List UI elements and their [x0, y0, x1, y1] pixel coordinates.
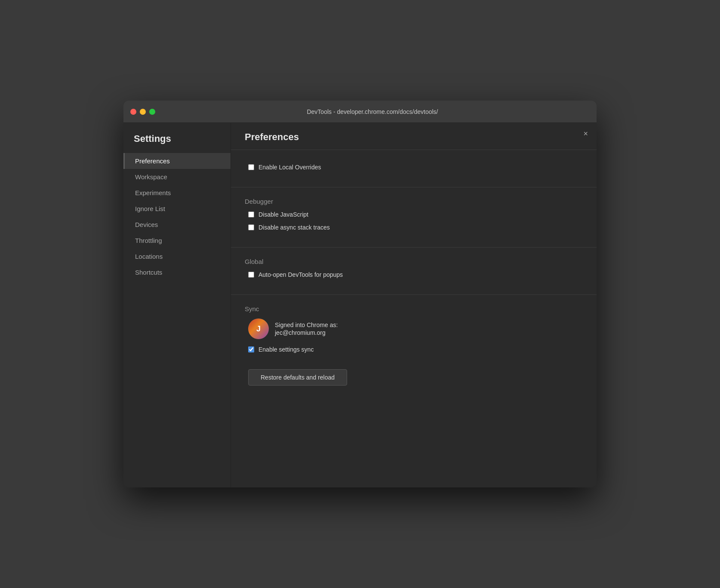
titlebar: DevTools - developer.chrome.com/docs/dev…	[123, 101, 597, 123]
sync-email: jec@chromium.org	[275, 329, 338, 336]
auto-open-devtools-label[interactable]: Auto-open DevTools for popups	[258, 271, 343, 278]
sidebar-item-preferences[interactable]: Preferences	[123, 153, 231, 169]
enable-settings-sync-row: Enable settings sync	[245, 346, 583, 353]
enable-settings-sync-label[interactable]: Enable settings sync	[258, 346, 314, 353]
close-traffic-light[interactable]	[130, 109, 136, 115]
auto-open-devtools-checkbox[interactable]	[248, 272, 254, 278]
sidebar-item-ignore-list[interactable]: Ignore List	[123, 201, 231, 217]
disable-async-stack-row: Disable async stack traces	[245, 224, 583, 231]
traffic-lights	[130, 109, 155, 115]
avatar: J	[248, 318, 269, 339]
sync-signed-in-label: Signed into Chrome as:	[275, 322, 338, 328]
divider-3	[231, 294, 597, 295]
disable-javascript-checkbox[interactable]	[248, 211, 254, 217]
sidebar-item-shortcuts[interactable]: Shortcuts	[123, 264, 231, 280]
sync-section: Sync J Signed into Chrome as: jec@chromi…	[231, 298, 597, 366]
enable-settings-sync-checkbox[interactable]	[248, 346, 254, 352]
sync-user-row: J Signed into Chrome as: jec@chromium.or…	[245, 318, 583, 339]
enable-local-overrides-label[interactable]: Enable Local Overrides	[258, 164, 321, 171]
sources-section: Enable Local Overrides	[231, 157, 597, 184]
sidebar-item-devices[interactable]: Devices	[123, 217, 231, 233]
sync-title: Sync	[245, 305, 583, 312]
disable-javascript-label[interactable]: Disable JavaScript	[258, 211, 308, 218]
sidebar-item-locations[interactable]: Locations	[123, 248, 231, 264]
disable-async-stack-traces-checkbox[interactable]	[248, 224, 254, 230]
disable-javascript-row: Disable JavaScript	[245, 211, 583, 218]
settings-window: DevTools - developer.chrome.com/docs/dev…	[123, 101, 597, 487]
auto-open-devtools-row: Auto-open DevTools for popups	[245, 271, 583, 278]
debugger-title: Debugger	[245, 198, 583, 205]
sidebar-item-throttling[interactable]: Throttling	[123, 233, 231, 248]
disable-async-stack-traces-label[interactable]: Disable async stack traces	[258, 224, 330, 231]
sidebar: Settings Preferences Workspace Experimen…	[123, 123, 231, 487]
global-section: Global Auto-open DevTools for popups	[231, 251, 597, 291]
enable-local-overrides-row: Enable Local Overrides	[245, 164, 583, 171]
restore-defaults-button[interactable]: Restore defaults and reload	[248, 369, 347, 386]
sidebar-heading: Settings	[123, 133, 231, 153]
maximize-traffic-light[interactable]	[149, 109, 155, 115]
sidebar-item-experiments[interactable]: Experiments	[123, 185, 231, 201]
window-title: DevTools - developer.chrome.com/docs/dev…	[155, 108, 590, 115]
content-title: Preferences	[245, 132, 583, 143]
enable-local-overrides-checkbox[interactable]	[248, 164, 254, 170]
scroll-area[interactable]: Enable Local Overrides Debugger Disable …	[231, 150, 597, 487]
window-body: Settings Preferences Workspace Experimen…	[123, 123, 597, 487]
divider-1	[231, 187, 597, 187]
content-header: Preferences	[231, 123, 597, 150]
divider-2	[231, 247, 597, 248]
debugger-section: Debugger Disable JavaScript Disable asyn…	[231, 191, 597, 244]
global-title: Global	[245, 258, 583, 265]
sync-user-info: Signed into Chrome as: jec@chromium.org	[275, 322, 338, 336]
sidebar-item-workspace[interactable]: Workspace	[123, 169, 231, 185]
minimize-traffic-light[interactable]	[140, 109, 146, 115]
main-content: × Preferences Enable Local Overrides Deb…	[231, 123, 597, 487]
close-button[interactable]: ×	[583, 130, 588, 138]
